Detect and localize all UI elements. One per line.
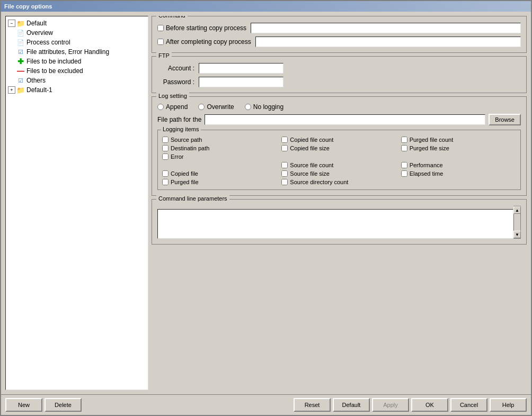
left-button-group: New Delete	[5, 398, 82, 412]
cb-source-file-size-label: Source file size	[290, 170, 330, 177]
delete-button[interactable]: Delete	[45, 398, 82, 412]
new-button[interactable]: New	[5, 398, 42, 412]
tree-label-overview: Overview	[26, 29, 53, 37]
cb-source-file-count[interactable]: Source file count	[281, 162, 396, 168]
cb-source-directory-count[interactable]: Source directory count	[281, 179, 396, 185]
cb-purged-file-size-input[interactable]	[401, 145, 407, 151]
cb-performance[interactable]: Performance	[401, 162, 516, 168]
help-button[interactable]: Help	[490, 398, 527, 412]
minus-icon-excluded: —	[16, 67, 25, 75]
cb-destination-path-input[interactable]	[162, 145, 169, 151]
before-copy-checkbox[interactable]	[157, 25, 164, 31]
tree-label-file-attrs: File attributes, Error Handling	[26, 48, 109, 56]
cb-elapsed-time[interactable]: Elapsed time	[401, 170, 516, 177]
tree-label-included: Files to be included	[26, 58, 81, 65]
apply-button[interactable]: Apply	[372, 398, 409, 412]
tree-item-files-excluded[interactable]: — Files to be excluded	[16, 66, 146, 76]
after-copy-text: After completing copy process	[166, 38, 251, 46]
cb-source-directory-count-input[interactable]	[281, 179, 288, 185]
cb-error[interactable]: Error	[162, 153, 277, 160]
radio-no-logging-input[interactable]	[245, 104, 251, 110]
cb-performance-input[interactable]	[401, 162, 407, 168]
tree-item-others[interactable]: ☑ Others	[16, 76, 146, 85]
cb-source-file-count-label: Source file count	[290, 162, 333, 168]
cb-copied-file-count-input[interactable]	[281, 137, 288, 143]
radio-no-logging[interactable]: No logging	[245, 103, 283, 111]
filepath-input[interactable]	[205, 114, 485, 125]
expander-default1[interactable]: +	[8, 86, 15, 94]
log-setting-section: Log setting Append Overwrite No logging	[152, 96, 527, 196]
tree-item-overview[interactable]: 📄 Overview	[16, 28, 146, 38]
right-panel: Command Before starting copy process Aft…	[152, 16, 527, 390]
command-legend: Command	[156, 16, 188, 19]
radio-append[interactable]: Append	[157, 103, 188, 111]
ftp-password-label: Password :	[157, 78, 194, 86]
before-copy-text: Before starting copy process	[166, 24, 246, 32]
tree-panel[interactable]: − 📁 Default 📄 Overview 📄 Process control…	[5, 16, 148, 390]
cb-source-file-size-input[interactable]	[281, 170, 288, 177]
main-window: File copy options − 📁 Default 📄 Overview…	[0, 0, 532, 416]
cb-source-path[interactable]: Source path	[162, 137, 277, 143]
after-copy-input[interactable]	[255, 37, 521, 47]
cb-destination-path[interactable]: Destinatin path	[162, 145, 277, 151]
radio-overwrite-input[interactable]	[198, 104, 205, 110]
cb-copied-file-size-input[interactable]	[281, 145, 288, 151]
ok-button[interactable]: OK	[411, 398, 448, 412]
cb-purged-file-count[interactable]: Purged file count	[401, 137, 516, 143]
cb-copied-file-input[interactable]	[162, 170, 169, 177]
reset-button[interactable]: Reset	[294, 398, 331, 412]
cb-source-file-count-input[interactable]	[281, 162, 288, 168]
scrollbar-vertical[interactable]: ▲ ▼	[513, 206, 521, 239]
cb-error-input[interactable]	[162, 153, 169, 160]
tree-item-process-control[interactable]: 📄 Process control	[16, 38, 146, 47]
before-copy-row: Before starting copy process	[157, 23, 521, 33]
tree-item-file-attributes[interactable]: ☑ File attributes, Error Handling	[16, 47, 146, 57]
cb-source-file-size[interactable]: Source file size	[281, 170, 396, 177]
ftp-password-input[interactable]	[199, 77, 283, 87]
scroll-down-button[interactable]: ▼	[513, 231, 521, 238]
expander-default[interactable]: −	[8, 20, 15, 27]
logging-items-box: Logging items Source path Copied file co…	[157, 130, 521, 190]
content-area: − 📁 Default 📄 Overview 📄 Process control…	[1, 12, 531, 394]
after-copy-row: After completing copy process	[157, 37, 521, 47]
tree-item-files-included[interactable]: ✚ Files to be included	[16, 57, 146, 66]
cb-purged-file-count-label: Purged file count	[410, 137, 454, 143]
cb-copied-file[interactable]: Copied file	[162, 170, 277, 177]
right-button-group: Reset Default Apply OK Cancel Help	[294, 398, 527, 412]
cb-source-path-label: Source path	[171, 137, 202, 143]
empty-cell-2	[401, 153, 516, 160]
cb-copied-file-count-label: Copied file count	[290, 137, 333, 143]
after-copy-checkbox[interactable]	[157, 39, 164, 45]
cancel-button[interactable]: Cancel	[450, 398, 487, 412]
cb-copied-file-count[interactable]: Copied file count	[281, 137, 396, 143]
check-icon-file-attrs: ☑	[16, 48, 25, 56]
scroll-up-button[interactable]: ▲	[513, 206, 521, 214]
ftp-password-row: Password :	[157, 77, 521, 87]
ftp-account-input[interactable]	[199, 63, 283, 74]
cb-source-path-input[interactable]	[162, 137, 169, 143]
command-section: Command Before starting copy process Aft…	[152, 16, 527, 53]
page-icon-process: 📄	[16, 38, 25, 47]
browse-button[interactable]: Browse	[489, 114, 521, 125]
cb-elapsed-time-input[interactable]	[401, 170, 407, 177]
filepath-row: File path for the Browse	[157, 114, 521, 125]
plus-icon-included: ✚	[16, 57, 25, 66]
default-button[interactable]: Default	[333, 398, 370, 412]
cmd-textarea-wrapper: ▲ ▼	[157, 206, 521, 239]
cb-copied-file-size[interactable]: Copied file size	[281, 145, 396, 151]
cb-performance-label: Performance	[410, 162, 443, 168]
radio-append-input[interactable]	[157, 104, 164, 110]
cb-purged-file[interactable]: Purged file	[162, 179, 277, 185]
tree-item-default1[interactable]: + 📁 Default-1	[8, 85, 146, 95]
before-copy-label: Before starting copy process	[157, 24, 246, 32]
cmd-textarea[interactable]	[157, 209, 513, 239]
cb-purged-file-size[interactable]: Purged file size	[401, 145, 516, 151]
tree-item-default[interactable]: − 📁 Default	[8, 19, 146, 28]
log-radio-row: Append Overwrite No logging	[157, 103, 521, 111]
cb-purged-file-count-input[interactable]	[401, 137, 407, 143]
cb-source-directory-count-label: Source directory count	[290, 179, 348, 185]
cb-purged-file-input[interactable]	[162, 179, 169, 185]
bottom-bar: New Delete Reset Default Apply OK Cancel…	[1, 394, 531, 415]
radio-overwrite[interactable]: Overwrite	[198, 103, 234, 111]
before-copy-input[interactable]	[251, 23, 521, 33]
